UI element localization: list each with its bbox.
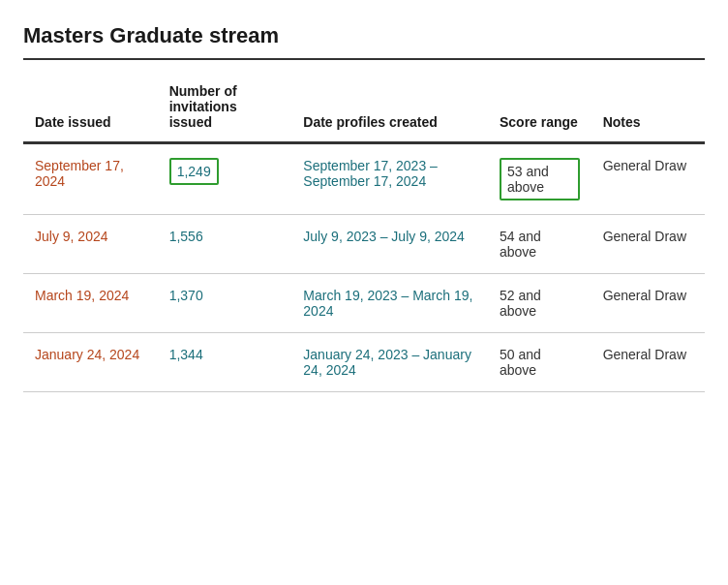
col-header-notes: Notes [592, 76, 705, 143]
invitations-value: 1,556 [169, 229, 203, 244]
cell-date: July 9, 2024 [23, 215, 158, 274]
cell-invitations: 1,370 [158, 274, 292, 333]
cell-score: 53 and above [488, 143, 592, 215]
cell-notes: General Draw [592, 143, 705, 215]
cell-profiles: September 17, 2023 – September 17, 2024 [291, 143, 488, 215]
score-value: 54 and above [488, 215, 592, 274]
col-header-date: Date issued [23, 76, 158, 143]
profiles-value: March 19, 2023 – March 19, 2024 [303, 288, 472, 319]
invitations-value: 1,370 [169, 288, 203, 303]
cell-profiles: March 19, 2023 – March 19, 2024 [291, 274, 488, 333]
profiles-value: July 9, 2023 – July 9, 2024 [303, 229, 465, 244]
table-row: September 17, 20241,249September 17, 202… [23, 143, 705, 215]
invitations-value: 1,344 [169, 347, 203, 362]
col-header-invitations: Number of invitations issued [158, 76, 292, 143]
date-link[interactable]: September 17, 2024 [35, 158, 124, 189]
table-row: March 19, 20241,370March 19, 2023 – Marc… [23, 274, 705, 333]
col-header-profiles: Date profiles created [291, 76, 488, 143]
profiles-value: September 17, 2023 – September 17, 2024 [303, 158, 438, 189]
profiles-value: January 24, 2023 – January 24, 2024 [303, 347, 471, 378]
cell-invitations: 1,556 [158, 215, 292, 274]
invitations-highlighted: 1,249 [169, 158, 219, 185]
table-row: July 9, 20241,556July 9, 2023 – July 9, … [23, 215, 705, 274]
table-header-row: Date issued Number of invitations issued… [23, 76, 705, 143]
cell-date: September 17, 2024 [23, 143, 158, 215]
cell-profiles: July 9, 2023 – July 9, 2024 [291, 215, 488, 274]
score-value: 52 and above [488, 274, 592, 333]
table-row: January 24, 20241,344January 24, 2023 – … [23, 333, 705, 392]
cell-profiles: January 24, 2023 – January 24, 2024 [291, 333, 488, 392]
col-header-score: Score range [488, 76, 592, 143]
cell-notes: General Draw [592, 274, 705, 333]
cell-date: January 24, 2024 [23, 333, 158, 392]
page-title: Masters Graduate stream [23, 23, 705, 48]
cell-date: March 19, 2024 [23, 274, 158, 333]
cell-notes: General Draw [592, 215, 705, 274]
cell-notes: General Draw [592, 333, 705, 392]
date-link[interactable]: July 9, 2024 [35, 229, 108, 244]
score-highlighted: 53 and above [500, 158, 580, 200]
date-link[interactable]: March 19, 2024 [35, 288, 129, 303]
score-value: 50 and above [488, 333, 592, 392]
cell-invitations: 1,344 [158, 333, 292, 392]
date-link[interactable]: January 24, 2024 [35, 347, 139, 362]
cell-invitations: 1,249 [158, 143, 292, 215]
title-divider [23, 58, 705, 60]
masters-table: Date issued Number of invitations issued… [23, 76, 705, 392]
